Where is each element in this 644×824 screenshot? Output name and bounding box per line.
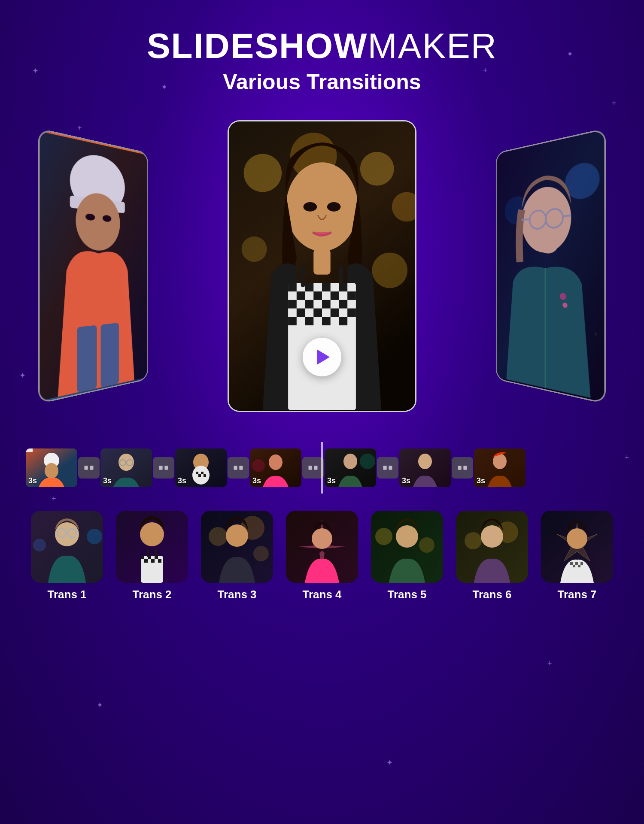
svg-rect-106 bbox=[144, 559, 148, 563]
play-icon bbox=[317, 349, 330, 365]
svg-rect-132 bbox=[570, 562, 573, 565]
transition-thumb-7[interactable] bbox=[541, 511, 613, 583]
svg-line-51 bbox=[522, 219, 530, 220]
transition-label-6: Trans 6 bbox=[472, 588, 511, 601]
svg-point-115 bbox=[226, 524, 248, 547]
svg-rect-27 bbox=[331, 291, 339, 300]
timeline-thumb-5[interactable]: 3s bbox=[325, 448, 376, 487]
transition-icon-5[interactable] bbox=[377, 457, 398, 479]
svg-point-101 bbox=[140, 522, 164, 546]
svg-rect-28 bbox=[347, 291, 356, 300]
svg-rect-39 bbox=[322, 317, 331, 325]
subtitle: Various Transitions bbox=[147, 70, 497, 94]
timeline-item-5[interactable]: 3s bbox=[325, 448, 376, 487]
svg-rect-37 bbox=[288, 317, 297, 325]
svg-rect-80 bbox=[309, 466, 312, 470]
timeline-item-3[interactable]: 3s bbox=[175, 448, 227, 487]
svg-rect-109 bbox=[147, 548, 149, 557]
svg-rect-76 bbox=[239, 466, 243, 470]
transition-item-2[interactable]: Trans 2 bbox=[116, 511, 188, 601]
svg-rect-43 bbox=[313, 249, 330, 275]
transition-item-4[interactable]: Trans 4 bbox=[286, 511, 358, 601]
svg-rect-31 bbox=[322, 300, 331, 309]
timeline-item-7[interactable]: 3s bbox=[474, 448, 526, 487]
svg-rect-107 bbox=[151, 559, 155, 563]
timeline-duration-3: 3s bbox=[178, 476, 186, 485]
main-content: SLIDESHOWMAKER Various Transitions bbox=[0, 0, 644, 824]
transition-thumb-2[interactable] bbox=[116, 511, 188, 583]
timeline-item-1[interactable]: 3s bbox=[26, 448, 77, 487]
svg-point-15 bbox=[372, 252, 407, 288]
transition-item-6[interactable]: Trans 6 bbox=[456, 511, 528, 601]
svg-rect-26 bbox=[313, 291, 322, 300]
timeline-item-6[interactable]: 3s bbox=[399, 448, 451, 487]
svg-point-131 bbox=[567, 528, 587, 549]
transition-label-7: Trans 7 bbox=[557, 588, 596, 601]
svg-rect-136 bbox=[578, 565, 580, 567]
timeline-item-4[interactable]: 3s bbox=[250, 448, 301, 487]
transition-thumb-1[interactable] bbox=[31, 511, 103, 583]
transition-icon-3[interactable] bbox=[228, 457, 249, 479]
app-header: SLIDESHOWMAKER Various Transitions bbox=[147, 26, 497, 94]
transition-thumb-6[interactable] bbox=[456, 511, 528, 583]
transition-icon-2[interactable] bbox=[153, 457, 174, 479]
timeline-thumb-6[interactable]: 3s bbox=[399, 448, 451, 487]
svg-rect-110 bbox=[155, 548, 157, 557]
timeline-thumb-7[interactable]: 3s bbox=[474, 448, 526, 487]
svg-point-114 bbox=[253, 546, 269, 561]
transition-thumb-4[interactable] bbox=[286, 511, 358, 583]
svg-rect-133 bbox=[575, 562, 578, 565]
svg-rect-73 bbox=[198, 474, 201, 477]
transition-thumb-5[interactable] bbox=[371, 511, 443, 583]
svg-rect-25 bbox=[297, 291, 305, 300]
timeline-duration-2: 3s bbox=[103, 476, 112, 485]
timeline-thumb-3[interactable]: 3s bbox=[175, 448, 227, 487]
svg-rect-66 bbox=[159, 466, 163, 470]
svg-rect-135 bbox=[573, 565, 575, 567]
svg-point-84 bbox=[360, 454, 375, 469]
photo-right-image bbox=[497, 130, 605, 402]
timeline-duration-4: 3s bbox=[252, 476, 261, 485]
timeline-duration-1: 3s bbox=[28, 476, 37, 485]
svg-rect-30 bbox=[305, 300, 314, 309]
svg-point-127 bbox=[465, 532, 482, 549]
svg-rect-74 bbox=[204, 474, 206, 477]
svg-point-79 bbox=[252, 459, 265, 472]
svg-rect-108 bbox=[158, 559, 161, 563]
timeline-duration-6: 3s bbox=[402, 476, 410, 485]
svg-line-52 bbox=[563, 215, 571, 216]
svg-point-125 bbox=[396, 525, 418, 548]
title-light-part: MAKER bbox=[368, 26, 497, 65]
transition-item-7[interactable]: Trans 7 bbox=[541, 511, 613, 601]
svg-rect-58 bbox=[26, 448, 33, 452]
transition-icon-1[interactable] bbox=[78, 457, 100, 479]
transition-label-4: Trans 4 bbox=[302, 588, 341, 601]
transition-icon-6[interactable] bbox=[452, 457, 473, 479]
transition-icon-4[interactable] bbox=[302, 457, 324, 479]
transition-label-2: Trans 2 bbox=[132, 588, 171, 601]
svg-point-121 bbox=[312, 528, 332, 549]
transition-label-5: Trans 5 bbox=[387, 588, 426, 601]
timeline-thumb-1[interactable]: 3s bbox=[26, 448, 77, 487]
photo-left-image bbox=[40, 130, 148, 402]
svg-rect-90 bbox=[463, 466, 467, 470]
transition-item-1[interactable]: Trans 1 bbox=[31, 511, 103, 601]
svg-point-98 bbox=[33, 539, 46, 551]
transition-item-5[interactable]: Trans 5 bbox=[371, 511, 443, 601]
svg-point-59 bbox=[45, 463, 58, 479]
svg-rect-32 bbox=[339, 300, 347, 309]
play-button[interactable] bbox=[303, 338, 341, 376]
timeline-item-2[interactable]: 3s bbox=[100, 448, 152, 487]
timeline-thumb-4[interactable]: 3s bbox=[250, 448, 301, 487]
photo-card-left bbox=[38, 128, 148, 404]
svg-rect-29 bbox=[288, 300, 297, 309]
transition-label-1: Trans 1 bbox=[47, 588, 86, 601]
transition-thumb-3[interactable] bbox=[201, 511, 273, 583]
transition-item-3[interactable]: Trans 3 bbox=[201, 511, 273, 601]
svg-rect-75 bbox=[234, 466, 237, 470]
svg-rect-85 bbox=[383, 466, 387, 470]
svg-point-129 bbox=[481, 525, 503, 548]
svg-point-14 bbox=[242, 236, 267, 262]
timeline-thumb-2[interactable]: 3s bbox=[100, 448, 152, 487]
title-bold-part: SLIDESHOW bbox=[147, 26, 368, 65]
